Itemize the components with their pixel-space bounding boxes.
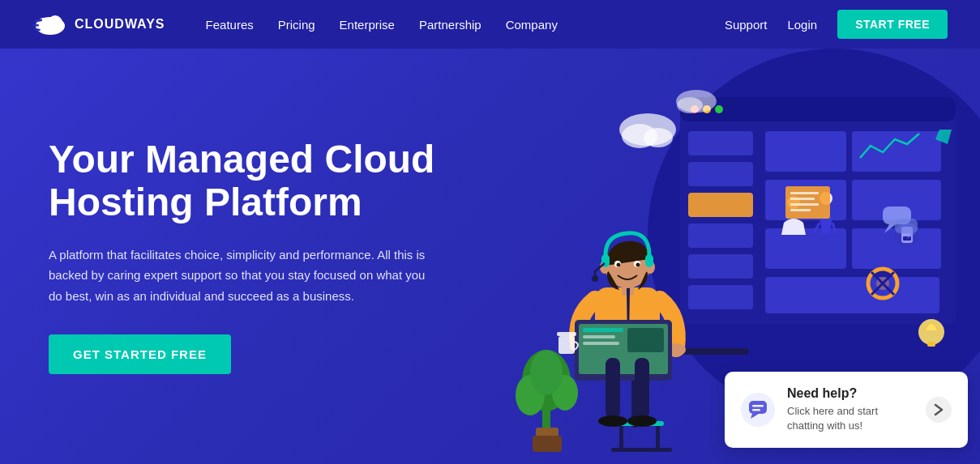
svg-point-100 xyxy=(627,415,657,427)
support-link[interactable]: Support xyxy=(725,18,768,32)
nav-enterprise[interactable]: Enterprise xyxy=(340,18,395,32)
login-link[interactable]: Login xyxy=(787,18,817,32)
get-started-button[interactable]: GET STARTED FREE xyxy=(49,334,231,374)
svg-rect-61 xyxy=(895,219,918,233)
svg-point-82 xyxy=(617,263,621,267)
svg-rect-85 xyxy=(645,254,653,267)
hero-description: A platform that facilitates choice, simp… xyxy=(49,245,438,307)
svg-rect-107 xyxy=(533,436,562,452)
logo-icon xyxy=(32,11,68,37)
nav-company[interactable]: Company xyxy=(506,18,558,32)
svg-point-2 xyxy=(48,15,62,30)
svg-rect-44 xyxy=(790,198,815,200)
svg-rect-72 xyxy=(656,426,660,450)
svg-rect-27 xyxy=(688,223,753,248)
chat-subtitle: Click here and start chatting with us! xyxy=(787,404,914,433)
svg-rect-43 xyxy=(790,192,819,194)
svg-rect-45 xyxy=(790,203,819,206)
svg-rect-55 xyxy=(927,342,935,347)
svg-rect-30 xyxy=(765,131,846,172)
svg-rect-42 xyxy=(785,186,830,219)
nav-partnership[interactable]: Partnership xyxy=(419,18,481,32)
start-free-button[interactable]: START FREE xyxy=(837,10,948,39)
svg-point-23 xyxy=(715,105,723,113)
svg-point-67 xyxy=(677,97,703,113)
chat-text-area: Need help? Click here and start chatting… xyxy=(787,386,914,433)
svg-rect-95 xyxy=(558,336,575,354)
hero-illustration: Need help? Click here and start chatting… xyxy=(445,49,980,464)
svg-rect-73 xyxy=(611,448,672,452)
svg-point-65 xyxy=(644,128,673,147)
svg-rect-24 xyxy=(688,131,753,155)
svg-rect-26 xyxy=(688,193,753,217)
logo[interactable]: CLOUDWAYS xyxy=(32,11,165,37)
svg-rect-46 xyxy=(790,209,811,211)
svg-point-105 xyxy=(530,350,563,395)
chat-title: Need help? xyxy=(787,386,914,401)
navbar: CLOUDWAYS Features Pricing Enterprise Pa… xyxy=(0,0,980,49)
svg-rect-96 xyxy=(557,332,576,336)
chat-icon-area xyxy=(741,393,775,427)
svg-rect-29 xyxy=(688,285,753,309)
hero-content: Your Managed Cloud Hosting Platform A pl… xyxy=(49,138,470,374)
svg-rect-98 xyxy=(635,358,649,419)
nav-pricing[interactable]: Pricing xyxy=(278,18,315,32)
svg-marker-109 xyxy=(751,414,759,419)
svg-rect-97 xyxy=(606,358,620,419)
svg-rect-34 xyxy=(765,228,846,269)
nav-links: Features Pricing Enterprise Partnership … xyxy=(206,18,725,32)
svg-point-86 xyxy=(592,275,598,282)
hero-title: Your Managed Cloud Hosting Platform xyxy=(49,138,470,224)
svg-rect-25 xyxy=(688,162,753,186)
arrow-right-icon xyxy=(932,403,945,416)
hero-section: Your Managed Cloud Hosting Platform A pl… xyxy=(0,49,980,464)
logo-text: CLOUDWAYS xyxy=(75,17,165,32)
chat-widget[interactable]: Need help? Click here and start chatting… xyxy=(725,372,968,448)
svg-point-99 xyxy=(598,415,627,427)
svg-rect-4 xyxy=(32,24,39,27)
nav-right: Support Login START FREE xyxy=(725,10,948,39)
chat-bubble-icon xyxy=(741,393,775,427)
chat-icon xyxy=(747,399,768,420)
svg-rect-91 xyxy=(583,328,623,332)
svg-rect-111 xyxy=(752,409,760,411)
svg-rect-93 xyxy=(583,342,619,345)
nav-features[interactable]: Features xyxy=(206,18,254,32)
svg-rect-28 xyxy=(688,254,753,279)
svg-rect-110 xyxy=(752,405,764,407)
svg-rect-94 xyxy=(627,328,664,352)
svg-rect-49 xyxy=(903,236,911,241)
svg-rect-71 xyxy=(619,426,623,450)
svg-rect-92 xyxy=(583,335,615,338)
chat-arrow-button[interactable] xyxy=(926,397,952,423)
svg-rect-36 xyxy=(765,277,939,313)
svg-rect-108 xyxy=(749,401,767,414)
svg-point-83 xyxy=(636,263,640,267)
